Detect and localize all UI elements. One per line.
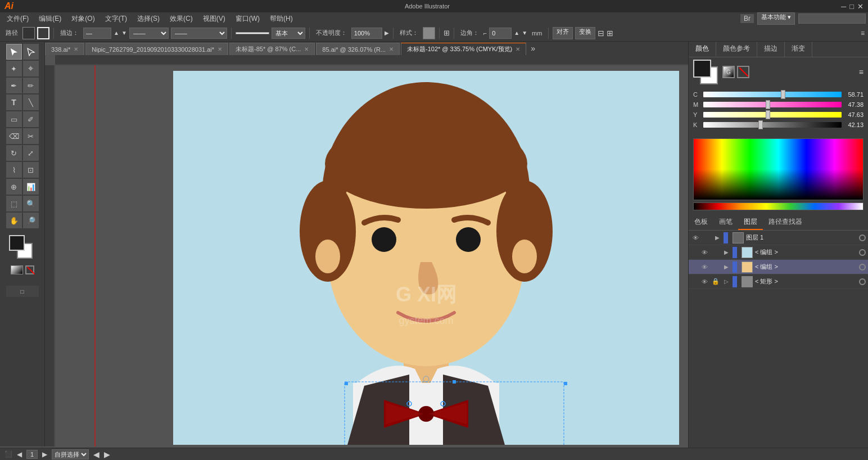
layer-2-expand[interactable]: ▶ bbox=[722, 263, 730, 271]
layers-tab-swatches[interactable]: 色板 bbox=[689, 215, 713, 230]
slider-c-track[interactable] bbox=[703, 92, 842, 97]
menu-view[interactable]: 视图(V) bbox=[198, 13, 230, 25]
layer-1-vis[interactable]: 👁 bbox=[700, 248, 709, 257]
menu-help[interactable]: 帮助(H) bbox=[265, 13, 297, 25]
slider-k-track[interactable] bbox=[703, 122, 842, 128]
slider-m-thumb[interactable] bbox=[766, 100, 770, 109]
menu-effect[interactable]: 效果(C) bbox=[165, 13, 197, 25]
corner-up-btn[interactable]: ▲ bbox=[514, 30, 519, 36]
layer-row-1[interactable]: 👁 ▶ < 编组 > bbox=[689, 245, 868, 260]
slider-c-thumb[interactable] bbox=[781, 90, 785, 99]
stroke-swatch[interactable] bbox=[37, 27, 49, 39]
align-icon2[interactable]: ⊞ bbox=[607, 29, 613, 38]
slider-y-track[interactable] bbox=[703, 112, 842, 118]
close-btn[interactable]: ✕ bbox=[857, 2, 864, 11]
stroke-down-btn[interactable]: ▼ bbox=[121, 30, 127, 36]
rectangle-tool-btn[interactable]: ▭ bbox=[6, 111, 22, 127]
none-color-btn[interactable] bbox=[737, 66, 749, 78]
fit-btn[interactable]: ◀ bbox=[93, 450, 100, 459]
panel-tab-color[interactable]: 颜色 bbox=[689, 42, 716, 57]
freetransform-tool-btn[interactable]: ⊡ bbox=[23, 162, 39, 178]
basic-mode-btn[interactable]: 基本功能 ▾ bbox=[757, 12, 795, 25]
layer-2-vis[interactable]: 👁 bbox=[700, 263, 709, 272]
layers-tab-layers[interactable]: 图层 bbox=[738, 215, 763, 230]
align-btn[interactable]: 对齐 bbox=[553, 27, 573, 39]
menu-window[interactable]: 窗口(W) bbox=[231, 13, 264, 25]
panel-foreground-swatch[interactable] bbox=[693, 60, 711, 78]
tab-3-close[interactable]: ✕ bbox=[389, 46, 394, 52]
layer-3-expand[interactable]: ▷ bbox=[722, 278, 730, 286]
menu-type[interactable]: 文字(T) bbox=[101, 13, 132, 25]
tab-2[interactable]: 未标题-85* @ 87% (C... ✕ bbox=[229, 43, 315, 55]
tab-1[interactable]: Nipic_7262799_20190920103330028031.ai* ✕ bbox=[85, 43, 228, 55]
restore-btn[interactable]: □ bbox=[849, 2, 854, 11]
search-input[interactable] bbox=[798, 13, 866, 24]
symbolspray-tool-btn[interactable]: ⊕ bbox=[6, 179, 22, 195]
scale-tool-btn[interactable]: ⤢ bbox=[23, 145, 39, 161]
menu-object[interactable]: 对象(O) bbox=[67, 13, 99, 25]
fill-swatch[interactable] bbox=[22, 27, 35, 39]
pen-tool-btn[interactable]: ✒ bbox=[6, 78, 22, 93]
tab-4-close[interactable]: ✕ bbox=[516, 46, 520, 52]
slider-k-thumb[interactable] bbox=[758, 120, 763, 129]
rotate-tool-btn[interactable]: ↻ bbox=[6, 145, 22, 161]
eraser-tool-btn[interactable]: ⌫ bbox=[6, 128, 22, 144]
layer-0-expand[interactable]: ▶ bbox=[713, 234, 721, 242]
panel-tab-colorref[interactable]: 颜色参考 bbox=[716, 42, 757, 57]
panel-tab-stroke[interactable]: 描边 bbox=[757, 42, 785, 57]
adobe-bridge-btn[interactable]: Br bbox=[740, 14, 754, 23]
gradient-indicator[interactable] bbox=[11, 265, 23, 274]
direct-select-tool-btn[interactable] bbox=[23, 44, 39, 60]
stroke-type-select[interactable]: —— bbox=[129, 28, 169, 39]
layer-0-circle[interactable] bbox=[859, 234, 866, 241]
style-swatch[interactable] bbox=[423, 27, 435, 39]
menu-edit[interactable]: 编辑(E) bbox=[34, 13, 66, 25]
expand-btn[interactable]: ≡ bbox=[861, 29, 865, 37]
arrange-icon[interactable]: ⊞ bbox=[444, 29, 450, 37]
layer-0-vis[interactable]: 👁 bbox=[691, 233, 700, 242]
hand-tool-btn[interactable]: ✋ bbox=[6, 213, 22, 228]
layer-1-expand[interactable]: ▶ bbox=[722, 249, 730, 256]
lasso-tool-btn[interactable]: ⌖ bbox=[23, 61, 39, 76]
tab-0[interactable]: 338.ai* ✕ bbox=[45, 43, 84, 55]
layer-3-vis[interactable]: 👁 bbox=[700, 277, 709, 286]
page-next-btn[interactable]: ▶ bbox=[42, 450, 47, 458]
tab-1-close[interactable]: ✕ bbox=[218, 46, 222, 52]
layer-1-circle[interactable] bbox=[859, 249, 866, 256]
corner-down-btn[interactable]: ▼ bbox=[522, 30, 527, 36]
layers-tab-pathfinder[interactable]: 路径查找器 bbox=[763, 215, 808, 230]
eyedropper-tool-btn[interactable]: 🔍 bbox=[23, 196, 39, 211]
warp-tool-btn[interactable]: ⌇ bbox=[6, 162, 22, 178]
draw-mode-btn[interactable]: □ bbox=[6, 286, 39, 297]
none-indicator[interactable] bbox=[25, 265, 34, 274]
opacity-input[interactable] bbox=[351, 28, 382, 39]
layer-3-circle[interactable] bbox=[859, 278, 866, 285]
magic-wand-tool-btn[interactable]: ✦ bbox=[6, 61, 22, 76]
tab-2-close[interactable]: ✕ bbox=[304, 46, 309, 52]
foreground-swatch[interactable] bbox=[9, 235, 25, 251]
stroke-style-select[interactable]: —— bbox=[171, 28, 227, 39]
layer-row-0[interactable]: 👁 ▶ 图层 1 bbox=[689, 231, 868, 245]
stroke-weight-input[interactable] bbox=[83, 28, 111, 39]
layer-2-circle[interactable] bbox=[859, 264, 866, 270]
artboard-tool-btn[interactable]: ⬚ bbox=[6, 196, 22, 211]
slider-y-thumb[interactable] bbox=[766, 110, 770, 119]
page-number[interactable]: 1 bbox=[26, 450, 38, 459]
artboard-select[interactable]: 自拼选择 bbox=[52, 449, 89, 459]
type-tool-btn[interactable]: T bbox=[6, 94, 22, 110]
color-bar[interactable] bbox=[693, 202, 864, 210]
layer-3-lock[interactable]: 🔒 bbox=[711, 277, 720, 286]
menu-file[interactable]: 文件(F) bbox=[2, 13, 33, 25]
opacity-play-btn[interactable]: ▶ bbox=[385, 30, 389, 36]
panel-menu-btn[interactable]: ≡ bbox=[859, 67, 864, 76]
basic-select[interactable]: 基本 bbox=[272, 28, 305, 39]
transform-btn[interactable]: 变换 bbox=[575, 27, 595, 39]
slider-m-track[interactable] bbox=[703, 102, 842, 107]
graph-tool-btn[interactable]: 📊 bbox=[23, 179, 39, 195]
layers-tab-brushes[interactable]: 画笔 bbox=[713, 215, 738, 230]
fit-btn2[interactable]: ▶ bbox=[104, 450, 110, 459]
tab-4[interactable]: 未标题-102* @ 335.75% (CMYK/预览) ✕ bbox=[401, 43, 526, 55]
panel-tab-gradient[interactable]: 渐变 bbox=[785, 42, 812, 57]
pencil-tool-btn[interactable]: ✏ bbox=[23, 78, 39, 93]
tab-3[interactable]: 85.ai* @ 326.07% (R... ✕ bbox=[316, 43, 400, 55]
